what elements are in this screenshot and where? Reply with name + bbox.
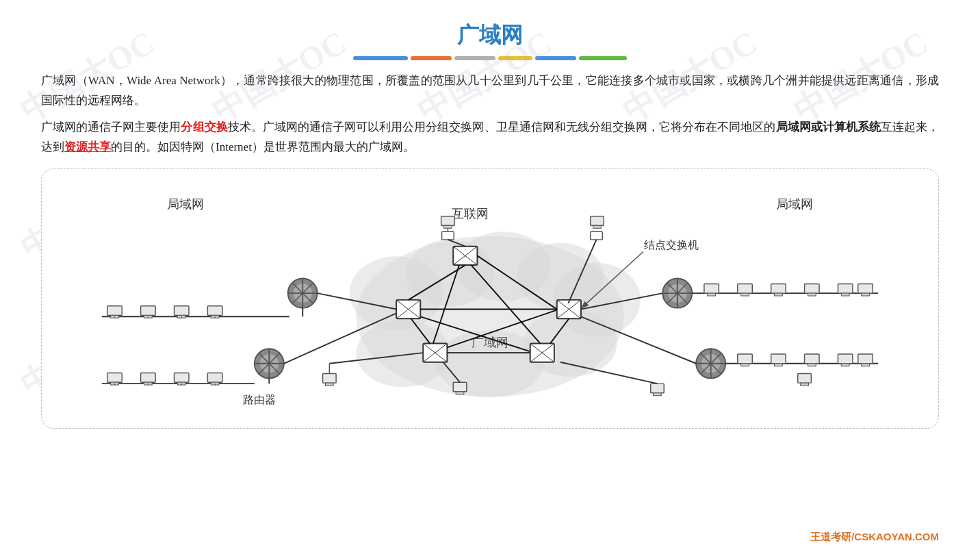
svg-rect-100	[808, 293, 816, 296]
lan-right-label: 局域网	[776, 197, 813, 210]
page-title: 广域网	[41, 21, 939, 51]
svg-rect-78	[444, 225, 452, 228]
svg-rect-94	[708, 293, 716, 296]
switch-label: 结点交换机	[644, 238, 699, 250]
svg-rect-127	[593, 225, 602, 228]
svg-rect-116	[805, 354, 820, 364]
svg-rect-104	[862, 293, 870, 296]
paragraph-1: 广域网（WAN，Wide Area Network），通常跨接很大的物理范围，所…	[41, 71, 939, 111]
deco-bar-6	[579, 56, 627, 60]
svg-rect-118	[838, 354, 853, 364]
svg-rect-130	[453, 382, 467, 392]
p2-text4: 的目的。如因特网（Internet）是世界范围内最大的广域网。	[111, 140, 415, 153]
deco-bar-3	[454, 56, 495, 60]
svg-rect-46	[141, 305, 156, 315]
p2-highlight2: 资源共享	[64, 140, 111, 153]
svg-rect-43	[107, 305, 122, 315]
paragraph-2: 广域网的通信子网主要使用分组交换技术。广域网的通信子网可以利用公用分组交换网、卫…	[41, 118, 939, 158]
title-area: 广域网	[41, 21, 939, 60]
svg-rect-82	[323, 373, 337, 383]
svg-rect-72	[207, 373, 222, 382]
p2-highlight1: 分组交换	[181, 121, 227, 134]
svg-rect-114	[771, 354, 786, 364]
svg-rect-99	[805, 284, 820, 293]
svg-rect-120	[858, 354, 873, 364]
svg-rect-49	[174, 305, 189, 315]
deco-bar-5	[535, 56, 576, 60]
svg-rect-69	[174, 373, 189, 382]
svg-rect-63	[107, 373, 122, 382]
svg-rect-128	[591, 231, 603, 240]
svg-rect-131	[456, 391, 464, 394]
svg-rect-66	[141, 373, 156, 382]
deco-bar-4	[498, 56, 532, 60]
svg-rect-134	[654, 392, 662, 395]
internet-label: 互联网	[452, 206, 489, 220]
svg-rect-133	[651, 384, 665, 393]
diagram-svg: 广域网 互联网	[55, 176, 925, 417]
svg-rect-102	[841, 293, 849, 296]
svg-rect-122	[798, 373, 812, 383]
svg-rect-77	[441, 216, 455, 225]
deco-bar-1	[353, 56, 408, 60]
svg-rect-96	[741, 293, 749, 296]
svg-rect-80	[442, 231, 454, 240]
network-diagram: 广域网 互联网	[41, 168, 939, 429]
title-decoration	[41, 56, 939, 60]
svg-rect-113	[741, 363, 749, 366]
svg-rect-98	[775, 293, 783, 296]
svg-rect-126	[591, 216, 604, 225]
svg-rect-97	[771, 284, 786, 293]
svg-rect-83	[325, 383, 333, 386]
svg-rect-101	[838, 284, 853, 293]
p2-text2: 技术。广域网的通信子网可以利用公用分组交换网、卫星通信网和无线分组交换网，它将分…	[228, 121, 776, 134]
svg-rect-52	[207, 305, 222, 315]
deco-bar-2	[411, 56, 452, 60]
lan-left-label: 局域网	[167, 197, 204, 210]
svg-rect-103	[858, 284, 873, 293]
svg-rect-117	[808, 363, 816, 366]
svg-rect-115	[775, 363, 783, 366]
content-area: 广域网（WAN，Wide Area Network），通常跨接很大的物理范围，所…	[41, 71, 939, 158]
svg-rect-93	[704, 284, 719, 293]
footer-text: 王道考研/CSKAOYAN.COM	[810, 531, 939, 544]
router-label: 路由器	[243, 394, 276, 405]
svg-rect-112	[738, 354, 753, 364]
p2-bold1: 局域网或计算机系统	[776, 121, 881, 134]
p2-text1: 广域网的通信子网主要使用	[41, 121, 181, 134]
svg-rect-123	[801, 383, 809, 386]
svg-rect-119	[841, 363, 849, 366]
svg-rect-121	[862, 363, 870, 366]
svg-rect-95	[738, 284, 753, 293]
